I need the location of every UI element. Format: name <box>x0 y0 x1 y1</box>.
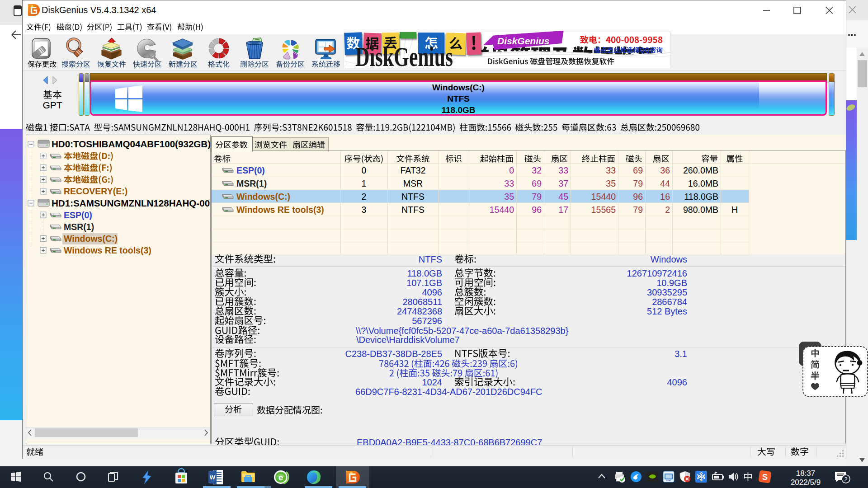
svg-text:2: 2 <box>844 476 847 483</box>
svg-text:S: S <box>762 473 768 482</box>
svg-text:W: W <box>210 474 216 481</box>
svg-text:intel: intel <box>666 479 671 482</box>
svg-text:e: e <box>278 473 283 482</box>
